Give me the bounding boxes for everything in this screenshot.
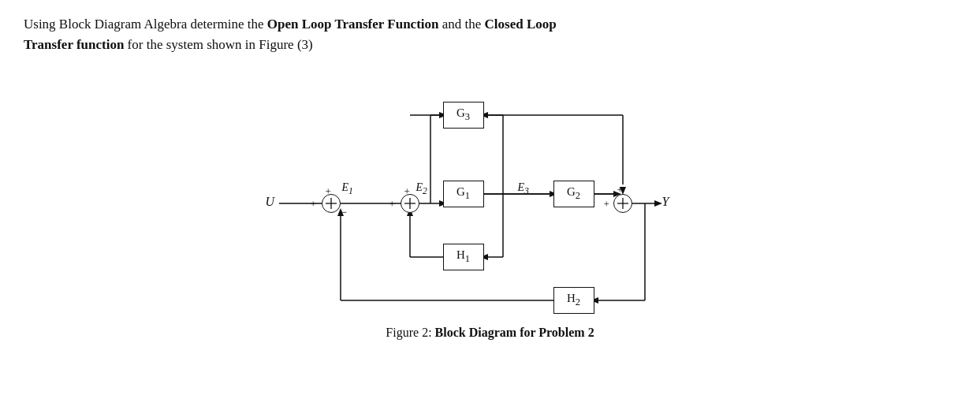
block-H2-label: H2 [567, 292, 580, 308]
block-G2: G2 [553, 181, 594, 207]
S1-top-plus: + [326, 185, 331, 198]
svg-marker-13 [654, 200, 662, 207]
S1-left-plus: + [311, 198, 316, 211]
intro-bold3: Transfer function [24, 37, 124, 52]
block-H1: H1 [443, 244, 484, 270]
summing-junction-S3 [613, 194, 632, 213]
intro-bold1: Open Loop Transfer Function [267, 17, 439, 32]
S3-left-plus: + [604, 198, 609, 211]
label-E2: E2 [416, 181, 427, 196]
figure-caption-prefix: Figure 2: [386, 326, 434, 339]
block-H1-label: H1 [456, 248, 470, 265]
intro-text-end: for the system shown in Figure (3) [124, 37, 312, 52]
figure-caption: Figure 2: Block Diagram for Problem 2 [386, 326, 594, 340]
block-G3: G3 [443, 102, 484, 129]
block-H2: H2 [553, 287, 594, 314]
intro-bold2: Closed Loop [485, 17, 557, 32]
label-E1: E1 [342, 181, 353, 196]
label-E3: E3 [518, 181, 529, 196]
intro-paragraph: Using Block Diagram Algebra determine th… [24, 14, 954, 56]
intro-text-between: and the [438, 17, 484, 32]
S2-left-plus: + [389, 198, 395, 211]
block-diagram: G3 G1 G2 H1 H2 + + − [214, 78, 766, 315]
label-U: U [266, 195, 275, 209]
diagram-svg [214, 78, 766, 315]
figure-caption-bold: Block Diagram for Problem 2 [435, 326, 594, 339]
S3-top-plus: + [617, 184, 623, 196]
S2-top-plus: + [404, 185, 410, 198]
block-G3-label: G3 [456, 106, 470, 123]
block-G2-label: G2 [567, 185, 580, 202]
diagram-area: G3 G1 G2 H1 H2 + + − [24, 78, 956, 340]
block-G1: G1 [443, 181, 484, 207]
label-Y: Y [662, 195, 669, 209]
block-G1-label: G1 [456, 185, 470, 202]
intro-text-before-bold1: Using Block Diagram Algebra determine th… [24, 17, 267, 32]
S1-bottom-minus: − [341, 206, 347, 219]
sum-S3-cross [614, 195, 632, 212]
